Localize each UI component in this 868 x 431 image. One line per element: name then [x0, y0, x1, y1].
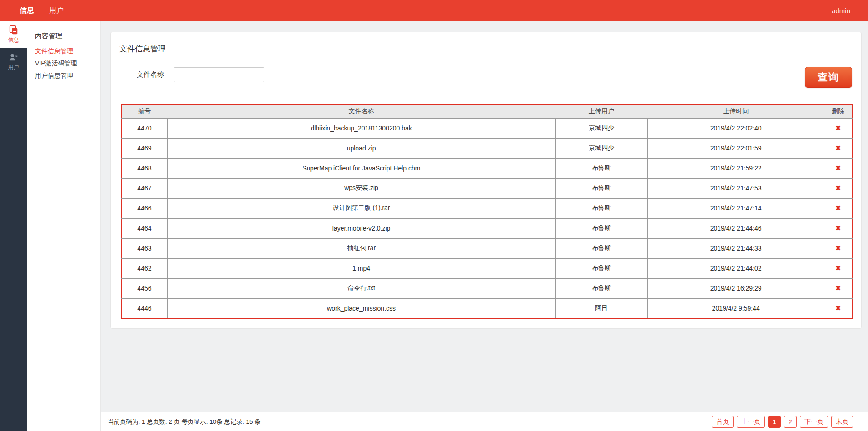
- cell-delete: ✖: [824, 118, 852, 138]
- cell-delete: ✖: [824, 198, 852, 218]
- cell-file-name: layer.mobile-v2.0.zip: [167, 218, 555, 238]
- cell-id: 4467: [121, 178, 167, 198]
- delete-icon[interactable]: ✖: [835, 204, 841, 212]
- delete-icon[interactable]: ✖: [835, 184, 841, 192]
- column-header: 编号: [121, 104, 167, 118]
- cell-upload-user: 布鲁斯: [556, 258, 648, 278]
- page-title: 文件信息管理: [111, 32, 861, 54]
- sidebar: 内容管理 文件信息管理VIP激活码管理用户信息管理: [27, 21, 101, 431]
- top-nav-item-active[interactable]: 信息: [20, 6, 34, 15]
- main-area: 文件信息管理 文件名称 查询 编号文件名称上传用户上传时间删除 4470dlbi…: [101, 21, 868, 431]
- docs-icon: [9, 25, 19, 35]
- delete-icon[interactable]: ✖: [835, 144, 841, 152]
- cell-upload-time: 2019/4/2 21:44:33: [647, 238, 824, 258]
- sidebar-items: 文件信息管理VIP激活码管理用户信息管理: [35, 48, 100, 79]
- cell-upload-time: 2019/4/2 9:59:44: [647, 298, 824, 318]
- cell-id: 4456: [121, 278, 167, 298]
- cell-id: 4462: [121, 258, 167, 278]
- cell-delete: ✖: [824, 158, 852, 178]
- delete-icon[interactable]: ✖: [835, 244, 841, 252]
- cell-file-name: dlbiixin_backup_201811300200.bak: [167, 118, 555, 138]
- delete-icon[interactable]: ✖: [835, 164, 841, 172]
- cell-id: 4446: [121, 298, 167, 318]
- table-row: 4463抽红包.rar布鲁斯2019/4/2 21:44:33✖: [121, 238, 852, 258]
- cell-file-name: SuperMap iClient for JavaScript Help.chm: [167, 158, 555, 178]
- user-icon: [9, 52, 19, 62]
- delete-icon[interactable]: ✖: [835, 264, 841, 272]
- file-name-input[interactable]: [174, 67, 264, 82]
- cell-file-name: 1.mp4: [167, 258, 555, 278]
- column-header: 文件名称: [167, 104, 555, 118]
- rail-item-label: 信息: [8, 36, 19, 44]
- rail-item[interactable]: 用户: [0, 48, 27, 75]
- rail-item[interactable]: 信息: [0, 21, 27, 48]
- cell-delete: ✖: [824, 258, 852, 278]
- cell-upload-time: 2019/4/2 21:47:53: [647, 178, 824, 198]
- pagination-buttons: 首页上一页12下一页末页: [712, 416, 853, 428]
- cell-file-name: wps安装.zip: [167, 178, 555, 198]
- sidebar-heading-content-mgmt[interactable]: 内容管理: [35, 32, 100, 40]
- icon-rail: 信息用户: [0, 21, 27, 431]
- table-header-row: 编号文件名称上传用户上传时间删除: [121, 104, 852, 118]
- query-button[interactable]: 查询: [805, 67, 852, 88]
- page-button[interactable]: 上一页: [737, 416, 765, 428]
- cell-upload-time: 2019/4/2 21:47:14: [647, 198, 824, 218]
- top-bar: 信息用户 admin: [0, 0, 868, 21]
- content-filler: [101, 329, 868, 412]
- current-user[interactable]: admin: [832, 7, 850, 15]
- table-row: 4446work_place_mission.css阿日2019/4/2 9:5…: [121, 298, 852, 318]
- page-button-current[interactable]: 1: [768, 416, 781, 428]
- sidebar-item[interactable]: VIP激活码管理: [35, 60, 100, 66]
- cell-upload-time: 2019/4/2 22:01:59: [647, 138, 824, 158]
- cell-delete: ✖: [824, 278, 852, 298]
- page-button[interactable]: 末页: [831, 416, 853, 428]
- cell-id: 4464: [121, 218, 167, 238]
- table-row: 4464layer.mobile-v2.0.zip布鲁斯2019/4/2 21:…: [121, 218, 852, 238]
- cell-id: 4463: [121, 238, 167, 258]
- cell-file-name: 命令行.txt: [167, 278, 555, 298]
- search-row: 文件名称: [137, 67, 861, 82]
- file-mgmt-card: 文件信息管理 文件名称 查询 编号文件名称上传用户上传时间删除 4470dlbi…: [110, 32, 862, 329]
- table-row: 44621.mp4布鲁斯2019/4/2 21:44:02✖: [121, 258, 852, 278]
- page-button[interactable]: 下一页: [800, 416, 828, 428]
- cell-upload-user: 京城四少: [556, 138, 648, 158]
- cell-upload-time: 2019/4/2 22:02:40: [647, 118, 824, 138]
- column-header: 删除: [824, 104, 852, 118]
- file-table: 编号文件名称上传用户上传时间删除 4470dlbiixin_backup_201…: [121, 104, 853, 319]
- file-name-label: 文件名称: [137, 70, 164, 79]
- cell-id: 4470: [121, 118, 167, 138]
- column-header: 上传用户: [556, 104, 648, 118]
- cell-upload-time: 2019/4/2 21:59:22: [647, 158, 824, 178]
- cell-delete: ✖: [824, 298, 852, 318]
- cell-upload-user: 布鲁斯: [556, 178, 648, 198]
- cell-upload-user: 布鲁斯: [556, 158, 648, 178]
- column-header: 上传时间: [647, 104, 824, 118]
- rail-item-label: 用户: [8, 64, 19, 71]
- cell-delete: ✖: [824, 238, 852, 258]
- pagination-summary: 当前页码为: 1 总页数: 2 页 每页显示: 10条 总记录: 15 条: [108, 418, 261, 426]
- cell-file-name: 设计图第二版 (1).rar: [167, 198, 555, 218]
- delete-icon[interactable]: ✖: [835, 284, 841, 292]
- table-row: 4466设计图第二版 (1).rar布鲁斯2019/4/2 21:47:14✖: [121, 198, 852, 218]
- delete-icon[interactable]: ✖: [835, 224, 841, 232]
- cell-upload-user: 布鲁斯: [556, 218, 648, 238]
- sidebar-item[interactable]: 用户信息管理: [35, 72, 100, 79]
- cell-upload-time: 2019/4/2 16:29:29: [647, 278, 824, 298]
- page-button[interactable]: 首页: [712, 416, 734, 428]
- top-nav: 信息用户: [20, 6, 64, 15]
- cell-upload-user: 布鲁斯: [556, 198, 648, 218]
- delete-icon[interactable]: ✖: [835, 304, 841, 312]
- pagination-bar: 当前页码为: 1 总页数: 2 页 每页显示: 10条 总记录: 15 条 首页…: [101, 412, 868, 431]
- cell-delete: ✖: [824, 138, 852, 158]
- cell-file-name: upload.zip: [167, 138, 555, 158]
- table-row: 4469upload.zip京城四少2019/4/2 22:01:59✖: [121, 138, 852, 158]
- cell-id: 4469: [121, 138, 167, 158]
- top-nav-item-item[interactable]: 用户: [49, 6, 64, 15]
- table-row: 4467wps安装.zip布鲁斯2019/4/2 21:47:53✖: [121, 178, 852, 198]
- cell-delete: ✖: [824, 218, 852, 238]
- cell-upload-user: 布鲁斯: [556, 278, 648, 298]
- page-button[interactable]: 2: [784, 416, 797, 428]
- delete-icon[interactable]: ✖: [835, 124, 841, 132]
- sidebar-item[interactable]: 文件信息管理: [35, 48, 100, 54]
- cell-id: 4468: [121, 158, 167, 178]
